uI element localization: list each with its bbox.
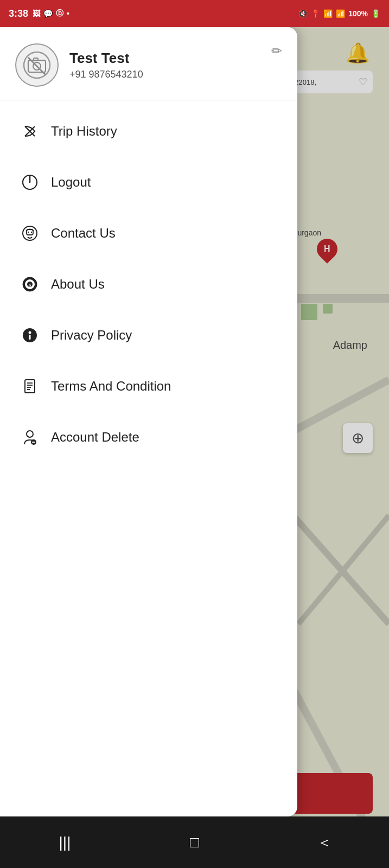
nav-home-button[interactable]: □ (176, 824, 214, 861)
svg-rect-27 (29, 335, 31, 340)
nav-recents-button[interactable]: ||| (46, 824, 84, 861)
trip-history-icon (16, 118, 43, 145)
menu-item-privacy-policy[interactable]: Privacy Policy (0, 310, 297, 361)
svg-rect-18 (27, 229, 33, 235)
battery-text: 100% (348, 9, 368, 18)
account-delete-label: Account Delete (51, 430, 139, 445)
avatar (15, 43, 59, 87)
profile-section: Test Test +91 9876543210 ✏ (0, 27, 297, 100)
svg-rect-12 (34, 58, 38, 61)
location-status-icon: 📍 (311, 9, 320, 18)
wifi-icon: 📶 (323, 9, 333, 18)
svg-point-26 (29, 331, 31, 334)
status-right: 🔇 📍 📶 📶 100% 🔋 (298, 9, 380, 18)
avatar-icon (23, 51, 51, 79)
menu-item-about-us[interactable]: $ About Us (0, 259, 297, 310)
svg-point-33 (27, 431, 33, 437)
status-bar: 3:38 🖼 💬 ⓑ • 🔇 📍 📶 📶 100% 🔋 (0, 0, 389, 27)
svg-point-19 (28, 232, 29, 233)
mute-icon: 🔇 (298, 9, 308, 18)
battery-icon: 🔋 (371, 9, 380, 18)
whatsapp-icon: 💬 (43, 9, 53, 18)
account-delete-icon (16, 424, 43, 451)
menu-item-terms[interactable]: Terms And Condition (0, 361, 297, 412)
status-left: 3:38 🖼 💬 ⓑ • (9, 8, 69, 20)
about-us-label: About Us (51, 277, 105, 292)
menu-item-trip-history[interactable]: Trip History (0, 106, 297, 157)
nav-back-button[interactable]: ＜ (305, 824, 343, 861)
logout-label: Logout (51, 175, 91, 190)
trip-history-label: Trip History (51, 124, 117, 139)
nav-home-icon: □ (190, 834, 199, 851)
svg-rect-28 (25, 380, 35, 393)
nav-recents-icon: ||| (59, 834, 71, 851)
terms-label: Terms And Condition (51, 379, 171, 394)
svg-point-20 (31, 232, 32, 233)
nav-bar: ||| □ ＜ (0, 816, 389, 868)
terms-icon (16, 373, 43, 400)
contact-us-label: Contact Us (51, 226, 116, 241)
edit-profile-icon[interactable]: ✏ (271, 43, 282, 59)
side-drawer: Test Test +91 9876543210 ✏ Trip History (0, 27, 297, 816)
profile-name: Test Test (69, 50, 282, 67)
status-icons: 🖼 💬 ⓑ • (33, 9, 69, 18)
privacy-policy-label: Privacy Policy (51, 328, 132, 343)
gallery-icon: 🖼 (33, 9, 40, 18)
profile-phone: +91 9876543210 (69, 69, 282, 80)
dot-icon: • (67, 9, 69, 18)
privacy-policy-icon (16, 322, 43, 349)
signal-icon: 📶 (336, 9, 345, 18)
svg-text:$: $ (29, 283, 31, 288)
status-time: 3:38 (9, 8, 28, 20)
menu-item-account-delete[interactable]: Account Delete (0, 412, 297, 463)
b-icon: ⓑ (56, 9, 63, 18)
menu-list: Trip History Logout (0, 100, 297, 468)
menu-item-contact-us[interactable]: Contact Us (0, 208, 297, 259)
contact-us-icon (16, 220, 43, 247)
nav-back-icon: ＜ (317, 832, 332, 853)
logout-icon (16, 169, 43, 196)
profile-info: Test Test +91 9876543210 (69, 50, 282, 80)
about-us-icon: $ (16, 271, 43, 298)
menu-item-logout[interactable]: Logout (0, 157, 297, 208)
